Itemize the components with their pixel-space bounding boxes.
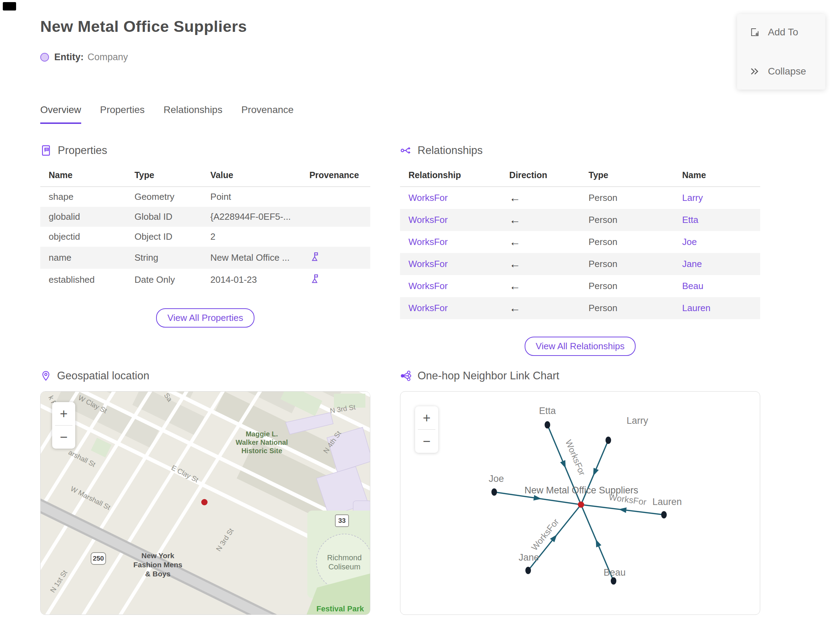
graph-node[interactable]: [545, 421, 550, 429]
property-value: 2014-01-23: [202, 269, 301, 291]
actions-panel: Add To Collapse: [737, 14, 825, 90]
related-entity-link[interactable]: Jane: [674, 253, 760, 275]
provenance-flag-icon[interactable]: [309, 273, 320, 284]
property-name: established: [40, 269, 126, 291]
graph-center-node[interactable]: [578, 501, 584, 508]
property-provenance: [301, 207, 370, 227]
link-chart-panel[interactable]: + − WorksForWorksForWorksForEttaLarryJoe…: [400, 391, 760, 615]
map-panel[interactable]: + −: [40, 391, 370, 615]
property-name: objectid: [40, 227, 126, 247]
tab-overview[interactable]: Overview: [40, 104, 81, 124]
relationship-type: Person: [580, 275, 674, 297]
add-to-button[interactable]: Add To: [737, 24, 825, 41]
properties-icon: [40, 145, 52, 156]
provenance-flag-icon[interactable]: [309, 251, 320, 262]
graph-node-label: Beau: [603, 567, 625, 578]
property-name: name: [40, 247, 126, 269]
map-pin-icon: [40, 370, 51, 381]
map-zoom-in-button[interactable]: +: [52, 402, 75, 425]
col-header-name: Name: [674, 166, 760, 187]
entity-type-dot-icon: [40, 53, 49, 62]
map-zoom-out-button[interactable]: −: [52, 426, 75, 448]
col-header-name: Name: [40, 166, 126, 187]
properties-section: Properties Name Type Value Provenance sh…: [40, 144, 370, 327]
relationship-type: Person: [580, 253, 674, 275]
collapse-label: Collapse: [768, 66, 806, 77]
tab-provenance[interactable]: Provenance: [241, 104, 293, 124]
relationship-type: Person: [580, 297, 674, 319]
relationships-section: Relationships Relationship Direction Typ…: [400, 144, 760, 356]
property-name: shape: [40, 187, 126, 207]
relationship-link[interactable]: WorksFor: [400, 253, 501, 275]
page-title: New Metal Office Suppliers: [40, 17, 247, 36]
col-header-type: Type: [126, 166, 202, 187]
graph-node[interactable]: [606, 437, 611, 444]
relationships-section-title: Relationships: [418, 144, 483, 157]
related-entity-link[interactable]: Larry: [674, 187, 760, 209]
relationship-type: Person: [580, 231, 674, 253]
relationship-link[interactable]: WorksFor: [400, 275, 501, 297]
properties-section-title: Properties: [58, 144, 107, 157]
add-to-icon: [749, 27, 760, 38]
property-row: nameStringNew Metal Office ...: [40, 247, 370, 269]
map-canvas: k Rd W Clay St Sa arshall St W Marshall …: [41, 392, 370, 615]
geospatial-section: Geospatial location + −: [40, 370, 370, 615]
property-provenance: [301, 269, 370, 291]
relationship-link[interactable]: WorksFor: [400, 231, 501, 253]
link-chart-section: One-hop Neighbor Link Chart + − WorksFor…: [400, 370, 760, 615]
relationship-row: WorksFor←PersonLauren: [400, 297, 760, 319]
property-value: 2: [202, 227, 301, 247]
map-label-maggie-line1: Maggie L.: [246, 430, 278, 438]
graph-node-label: Etta: [539, 405, 556, 416]
tab-relationships[interactable]: Relationships: [164, 104, 222, 124]
entity-value: Company: [88, 52, 128, 63]
property-row: objectidObject ID2: [40, 227, 370, 247]
property-provenance: [301, 247, 370, 269]
property-name: globalid: [40, 207, 126, 227]
edge-label: WorksFor: [529, 517, 561, 552]
related-entity-link[interactable]: Beau: [674, 275, 760, 297]
map-zoom-control: + −: [52, 402, 75, 448]
relationship-link[interactable]: WorksFor: [400, 209, 501, 231]
direction-arrow: ←: [501, 187, 580, 209]
graph-node[interactable]: [492, 488, 497, 496]
link-chart-section-title: One-hop Neighbor Link Chart: [418, 370, 559, 382]
map-label-maggie-line2: Walker National: [235, 439, 288, 446]
col-header-provenance: Provenance: [301, 166, 370, 187]
entity-label: Entity:: [54, 52, 84, 63]
relationships-section-header: Relationships: [400, 144, 760, 157]
property-type: Date Only: [126, 269, 202, 291]
route-shield-33: 33: [335, 515, 348, 527]
geospatial-section-header: Geospatial location: [40, 370, 370, 382]
graph-node[interactable]: [611, 577, 616, 585]
properties-table-body: shapeGeometryPointglobalidGlobal ID{A228…: [40, 187, 370, 291]
relationships-table: Relationship Direction Type Name WorksFo…: [400, 166, 760, 319]
relationship-link[interactable]: WorksFor: [400, 187, 501, 209]
property-type: Geometry: [126, 187, 202, 207]
collapse-icon: [749, 66, 760, 77]
graph-node[interactable]: [525, 567, 531, 574]
related-entity-link[interactable]: Etta: [674, 209, 760, 231]
chart-zoom-out-button[interactable]: −: [415, 430, 438, 453]
map-location-marker[interactable]: [201, 499, 208, 505]
relationship-row: WorksFor←PersonLarry: [400, 187, 760, 209]
view-all-relationships-button[interactable]: View All Relationships: [525, 337, 636, 356]
geospatial-section-title: Geospatial location: [57, 370, 150, 382]
graph-node[interactable]: [661, 511, 667, 519]
col-header-type: Type: [580, 166, 674, 187]
view-all-properties-button[interactable]: View All Properties: [156, 308, 254, 327]
properties-section-header: Properties: [40, 144, 370, 157]
property-value: New Metal Office ...: [202, 247, 301, 269]
related-entity-link[interactable]: Joe: [674, 231, 760, 253]
property-row: establishedDate Only2014-01-23: [40, 269, 370, 291]
collapse-button[interactable]: Collapse: [737, 63, 825, 80]
relationships-table-body: WorksFor←PersonLarryWorksFor←PersonEttaW…: [400, 187, 760, 320]
entity-page: New Metal Office Suppliers Entity: Compa…: [0, 0, 840, 639]
relationship-link[interactable]: WorksFor: [400, 297, 501, 319]
chart-zoom-in-button[interactable]: +: [415, 406, 438, 429]
related-entity-link[interactable]: Lauren: [674, 297, 760, 319]
tab-properties[interactable]: Properties: [100, 104, 145, 124]
graph-node-label: Larry: [627, 415, 648, 426]
property-value: {A228944F-0EF5-...: [202, 207, 301, 227]
relationship-type: Person: [580, 187, 674, 209]
